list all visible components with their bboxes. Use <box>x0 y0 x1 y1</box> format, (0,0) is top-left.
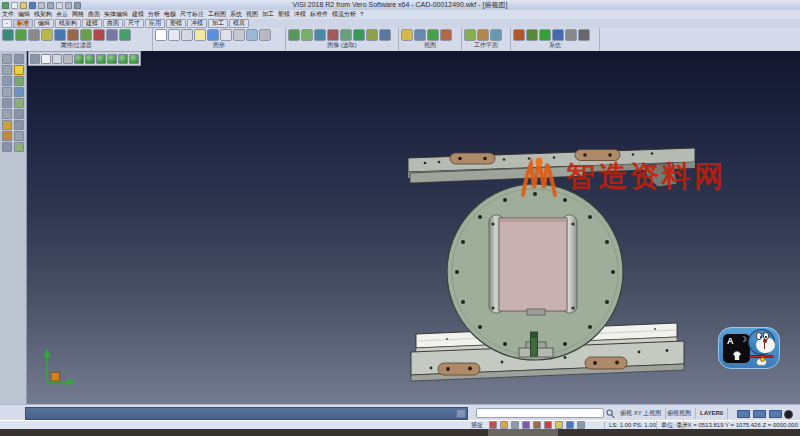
tool-icon[interactable] <box>41 29 53 41</box>
menu-system[interactable]: 系统 <box>228 10 244 19</box>
side-tool-icon[interactable] <box>14 131 24 141</box>
menu-die[interactable]: 冲模 <box>292 10 308 19</box>
tool-icon[interactable] <box>526 29 538 41</box>
snap-toggle-icon[interactable] <box>555 421 563 429</box>
side-tool-icon[interactable] <box>2 120 12 130</box>
tab-machining[interactable]: 加工 <box>208 19 228 28</box>
tool-icon[interactable] <box>106 29 118 41</box>
tool-icon[interactable] <box>301 29 313 41</box>
tool-icon[interactable] <box>464 29 476 41</box>
side-tool-icon[interactable] <box>2 87 12 97</box>
viewport-canvas[interactable]: 智造资料网 A ☽ <box>27 51 800 404</box>
side-tool-icon[interactable] <box>2 65 12 75</box>
tool-icon[interactable] <box>314 29 326 41</box>
model-top-rail[interactable] <box>408 148 695 187</box>
menu-machining[interactable]: 加工 <box>260 10 276 19</box>
grid-snap-icon[interactable] <box>577 421 585 429</box>
side-tool-icon[interactable] <box>14 54 24 64</box>
tool-icon[interactable] <box>2 29 14 41</box>
tool-icon[interactable] <box>181 29 193 41</box>
tab-standard[interactable]: 标准 <box>13 19 33 28</box>
side-tool-icon[interactable] <box>2 76 12 86</box>
tool-icon[interactable] <box>259 29 271 41</box>
tool-icon[interactable] <box>414 29 426 41</box>
side-tool-icon[interactable] <box>2 109 12 119</box>
menu-dimension[interactable]: 尺寸标注 <box>178 10 206 19</box>
side-tool-icon[interactable] <box>14 87 24 97</box>
tool-icon[interactable] <box>67 29 79 41</box>
sticker-widget[interactable]: A ☽ <box>718 327 780 369</box>
tool-icon[interactable] <box>246 29 258 41</box>
tool-icon[interactable] <box>233 29 245 41</box>
view-indicator[interactable]: 俯视视图 <box>663 408 696 419</box>
menu-standard-parts[interactable]: 标准件 <box>308 10 330 19</box>
menu-drawing[interactable]: 工程图 <box>206 10 228 19</box>
snap-toggle-icon[interactable] <box>511 421 519 429</box>
menu-analysis[interactable]: 分析 <box>146 10 162 19</box>
layer-color-chip[interactable] <box>737 410 750 418</box>
model-canvas[interactable] <box>27 51 800 404</box>
tool-icon[interactable] <box>93 29 105 41</box>
menu-flow-analysis[interactable]: 模流分析 <box>330 10 358 19</box>
menu-view[interactable]: 视图 <box>244 10 260 19</box>
layer-color-chip[interactable] <box>769 410 782 418</box>
tab-edit[interactable]: 编辑 <box>34 19 54 28</box>
tool-icon[interactable] <box>28 29 40 41</box>
tool-icon[interactable] <box>15 29 27 41</box>
tool-icon[interactable] <box>552 29 564 41</box>
layer-color-chip[interactable] <box>753 410 766 418</box>
tab-tooling[interactable]: 模具 <box>229 19 249 28</box>
background-color-button[interactable] <box>784 410 793 419</box>
tool-icon[interactable] <box>578 29 590 41</box>
tool-icon[interactable] <box>54 29 66 41</box>
side-tool-icon[interactable] <box>14 142 24 152</box>
tool-icon[interactable] <box>194 29 206 41</box>
snap-toggle-icon[interactable] <box>500 421 508 429</box>
command-prompt-area[interactable] <box>25 407 468 420</box>
side-tool-icon[interactable] <box>2 142 12 152</box>
model-center-insert[interactable] <box>489 215 577 315</box>
tool-icon[interactable] <box>366 29 378 41</box>
tool-icon[interactable] <box>340 29 352 41</box>
layer-indicator[interactable]: LAYER0 <box>696 408 728 419</box>
collapse-toolbar-button[interactable]: - <box>2 19 12 28</box>
tool-icon[interactable] <box>207 29 219 41</box>
tool-icon[interactable] <box>327 29 339 41</box>
side-tool-icon[interactable] <box>14 120 24 130</box>
snap-toggle-icon[interactable] <box>522 421 530 429</box>
tab-modeling[interactable]: 建模 <box>82 19 102 28</box>
snap-toggle-icon[interactable] <box>533 421 541 429</box>
tool-icon[interactable] <box>513 29 525 41</box>
side-tool-icon[interactable] <box>2 131 12 141</box>
side-tool-icon[interactable] <box>2 54 12 64</box>
side-tool-icon[interactable] <box>2 98 12 108</box>
tool-icon[interactable] <box>220 29 232 41</box>
tab-wireframe[interactable]: 线架构 <box>55 19 81 28</box>
search-input[interactable] <box>476 408 604 418</box>
menu-modeling[interactable]: 建模 <box>130 10 146 19</box>
menu-wireframe[interactable]: 线架构 <box>32 10 54 19</box>
tool-icon[interactable] <box>565 29 577 41</box>
tool-icon[interactable] <box>288 29 300 41</box>
tool-icon[interactable] <box>168 29 180 41</box>
tab-dimension[interactable]: 尺寸 <box>124 19 144 28</box>
menu-solid-edit[interactable]: 实体编辑 <box>102 10 130 19</box>
tool-icon[interactable] <box>155 29 167 41</box>
menu-mesh[interactable]: 网格 <box>70 10 86 19</box>
workplane-indicator[interactable]: 俯视 XY 上视图 <box>616 408 666 419</box>
tab-die[interactable]: 冲模 <box>187 19 207 28</box>
tab-application[interactable]: 应用 <box>145 19 165 28</box>
tool-icon[interactable] <box>440 29 452 41</box>
tool-icon[interactable] <box>490 29 502 41</box>
tab-surface[interactable]: 曲面 <box>103 19 123 28</box>
tab-mould[interactable]: 塑模 <box>166 19 186 28</box>
tool-icon[interactable] <box>401 29 413 41</box>
menu-help[interactable]: ? <box>358 10 365 19</box>
tool-icon[interactable] <box>80 29 92 41</box>
prompt-scroll-button[interactable] <box>456 409 466 418</box>
snap-toggle-icon[interactable] <box>544 421 552 429</box>
search-icon[interactable] <box>606 409 615 419</box>
refresh-icon[interactable] <box>566 421 574 429</box>
menu-pointcloud[interactable]: 点云 <box>54 10 70 19</box>
tool-icon[interactable] <box>119 29 131 41</box>
